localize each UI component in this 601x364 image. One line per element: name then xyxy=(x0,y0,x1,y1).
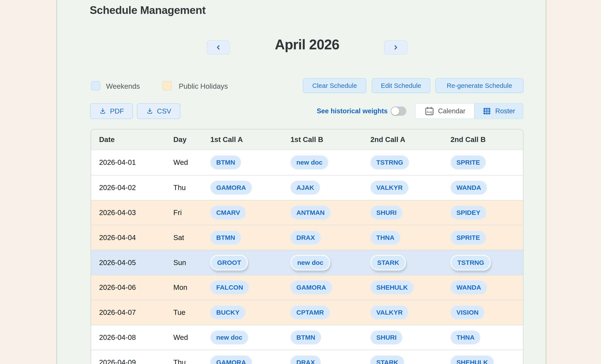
assignment-pill[interactable]: VALKYR xyxy=(371,181,409,195)
assignment-pill[interactable]: new doc xyxy=(290,155,328,169)
call-cell: DRAX xyxy=(290,355,371,364)
assignment-pill[interactable]: STARK xyxy=(371,355,404,364)
assignment-pill[interactable]: BTMN xyxy=(290,331,321,345)
call-cell: CPTAMR xyxy=(290,306,371,319)
export-pdf-button[interactable]: PDF xyxy=(90,103,133,119)
column-header-1st-call-a: 1st Call A xyxy=(210,135,290,144)
table-row-2026-04-08: 2026-04-08Wednew docBTMNSHURITHNA xyxy=(91,325,523,350)
calendar-icon: Aug xyxy=(424,106,435,116)
assignment-pill[interactable]: SPIDEY xyxy=(451,206,486,220)
toggle-knob xyxy=(391,107,399,115)
call-cell: new doc xyxy=(290,255,371,270)
export-pdf-label: PDF xyxy=(110,107,124,115)
roster-table: DateDay1st Call A1st Call B2nd Call A2nd… xyxy=(90,129,523,364)
public-holidays-legend-swatch xyxy=(162,81,172,90)
call-cell: VISION xyxy=(451,306,523,319)
assignment-pill[interactable]: SPRITE xyxy=(451,231,486,245)
day-cell: Sat xyxy=(173,234,210,242)
call-cell: GAMORA xyxy=(290,280,371,294)
prev-month-button[interactable] xyxy=(207,40,230,55)
assignment-pill[interactable]: SPRITE xyxy=(451,155,486,169)
date-cell: 2026-04-03 xyxy=(91,209,173,217)
view-calendar-button[interactable]: Aug Calendar xyxy=(415,104,474,118)
call-cell: WANDA xyxy=(451,280,523,294)
day-cell: Wed xyxy=(173,158,210,167)
call-cell: FALCON xyxy=(210,280,290,294)
call-cell: STARK xyxy=(371,255,451,270)
call-cell: WANDA xyxy=(451,181,523,195)
assignment-pill[interactable]: SHURI xyxy=(371,206,402,220)
assignment-pill[interactable]: CPTAMR xyxy=(290,306,330,319)
assignment-pill[interactable]: new doc xyxy=(290,255,330,270)
assignment-pill[interactable]: CMARV xyxy=(210,206,246,220)
assignment-pill[interactable]: FALCON xyxy=(210,280,249,294)
table-row-2026-04-09: 2026-04-09ThuGAMORADRAXSTARKSHEHULK xyxy=(91,350,523,364)
table-row-2026-04-07: 2026-04-07TueBUCKYCPTAMRVALKYRVISION xyxy=(91,300,523,325)
chevron-right-icon xyxy=(392,44,399,51)
call-cell: CMARV xyxy=(210,206,290,220)
assignment-pill[interactable]: SHURI xyxy=(371,331,402,345)
view-switch: Aug Calendar Roster xyxy=(415,103,523,119)
call-cell: VALKYR xyxy=(371,181,451,195)
call-cell: GAMORA xyxy=(210,181,290,195)
call-cell: BTMN xyxy=(290,331,371,345)
assignment-pill[interactable]: BTMN xyxy=(210,231,241,245)
call-cell: VALKYR xyxy=(371,306,451,319)
assignment-pill[interactable]: DRAX xyxy=(290,231,321,245)
day-cell: Wed xyxy=(173,333,210,342)
assignment-pill[interactable]: WANDA xyxy=(451,280,487,294)
date-cell: 2026-04-01 xyxy=(91,158,173,167)
assignment-pill[interactable]: GAMORA xyxy=(210,355,252,364)
assignment-pill[interactable]: DRAX xyxy=(290,355,321,364)
assignment-pill[interactable]: GAMORA xyxy=(290,280,332,294)
assignment-pill[interactable]: VALKYR xyxy=(371,306,409,319)
table-row-2026-04-01: 2026-04-01WedBTMNnew docTSTRNGSPRITE xyxy=(91,150,523,175)
assignment-pill[interactable]: new doc xyxy=(210,331,248,345)
column-header-date: Date xyxy=(91,135,173,144)
column-header-day: Day xyxy=(173,135,210,144)
download-icon xyxy=(146,107,153,115)
call-cell: BTMN xyxy=(210,155,290,169)
call-cell: SPIDEY xyxy=(451,206,523,220)
month-title: April 2026 xyxy=(230,37,384,53)
assignment-pill[interactable]: TSTRNG xyxy=(451,255,491,270)
call-cell: THNA xyxy=(451,331,523,345)
call-cell: SHURI xyxy=(371,331,451,345)
assignment-pill[interactable]: BTMN xyxy=(210,155,241,169)
clear-schedule-button[interactable]: Clear Schedule xyxy=(303,78,366,93)
assignment-pill[interactable]: GROOT xyxy=(210,255,248,270)
assignment-pill[interactable]: ANTMAN xyxy=(290,206,331,220)
call-cell: THNA xyxy=(371,231,451,245)
export-csv-button[interactable]: CSV xyxy=(137,103,180,119)
column-header-1st-call-b: 1st Call B xyxy=(290,135,371,144)
regenerate-schedule-button[interactable]: Re-generate Schedule xyxy=(435,78,523,93)
assignment-pill[interactable]: THNA xyxy=(371,231,400,245)
weekends-legend-label: Weekends xyxy=(106,82,140,90)
column-header-2nd-call-b: 2nd Call B xyxy=(451,135,523,144)
call-cell: new doc xyxy=(290,155,371,169)
assignment-pill[interactable]: WANDA xyxy=(451,181,487,195)
assignment-pill[interactable]: BUCKY xyxy=(210,306,245,319)
page-title: Schedule Management xyxy=(90,4,206,17)
date-cell: 2026-04-09 xyxy=(91,358,173,364)
edit-schedule-button[interactable]: Edit Schedule xyxy=(372,78,430,93)
call-cell: SHEHULK xyxy=(451,355,523,364)
assignment-pill[interactable]: SHEHULK xyxy=(451,355,494,364)
assignment-pill[interactable]: GAMORA xyxy=(210,181,252,195)
assignment-pill[interactable]: VISION xyxy=(451,306,484,319)
public-holidays-legend-label: Public Holidays xyxy=(179,82,228,90)
assignment-pill[interactable]: STARK xyxy=(371,255,406,270)
historical-weights-label: See historical weights xyxy=(317,107,388,115)
call-cell: GAMORA xyxy=(210,355,290,364)
assignment-pill[interactable]: SHEHULK xyxy=(371,280,414,294)
historical-weights-toggle[interactable] xyxy=(391,106,406,116)
next-month-button[interactable] xyxy=(384,40,407,55)
assignment-pill[interactable]: THNA xyxy=(451,331,480,345)
assignment-pill[interactable]: AJAK xyxy=(290,181,320,195)
chevron-left-icon xyxy=(215,44,222,51)
assignment-pill[interactable]: TSTRNG xyxy=(371,155,409,169)
view-roster-label: Roster xyxy=(495,107,515,115)
view-roster-button[interactable]: Roster xyxy=(474,104,523,118)
download-icon xyxy=(99,107,107,115)
date-cell: 2026-04-08 xyxy=(91,333,173,342)
